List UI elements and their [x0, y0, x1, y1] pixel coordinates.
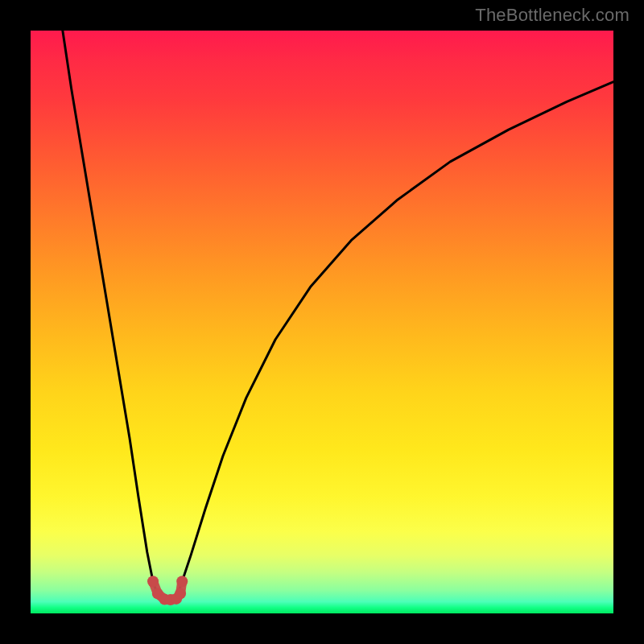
- minimum-marker: [147, 576, 159, 587]
- chart-frame: TheBottleneck.com: [0, 0, 644, 644]
- curve-left-branch: [63, 31, 159, 598]
- curve-layer: [31, 31, 613, 613]
- curve-right-branch: [176, 82, 613, 598]
- plot-area: [31, 31, 613, 613]
- minimum-marker: [176, 576, 188, 587]
- attribution-watermark: TheBottleneck.com: [475, 5, 630, 26]
- minimum-marker: [175, 588, 186, 599]
